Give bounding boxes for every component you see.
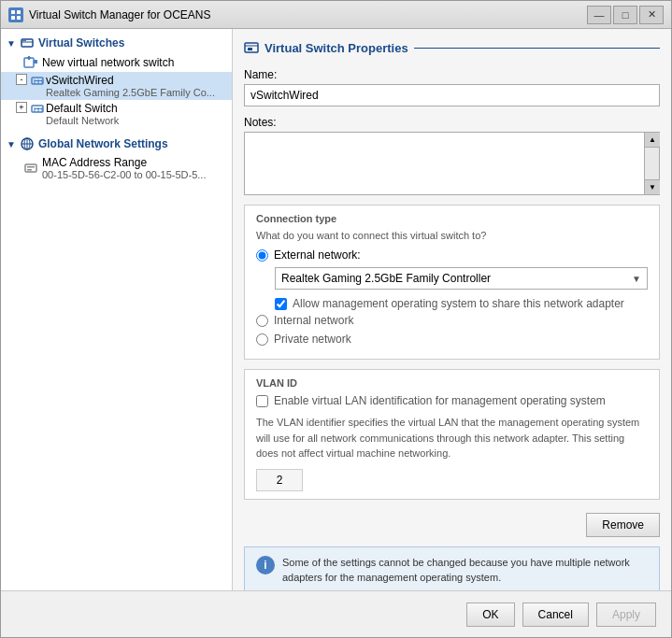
private-network-row: Private network bbox=[256, 333, 648, 346]
info-bar: i Some of the settings cannot be changed… bbox=[244, 546, 660, 591]
virtual-switches-chevron: ▼ bbox=[7, 38, 16, 49]
window-icon bbox=[8, 7, 23, 22]
virtual-switches-label: Virtual Switches bbox=[38, 36, 124, 50]
vswitchwired-expand[interactable]: - bbox=[16, 74, 27, 85]
vlan-value: 2 bbox=[256, 469, 303, 491]
panel-header-text: Virtual Switch Properties bbox=[265, 41, 408, 55]
connection-type-description: What do you want to connect this virtual… bbox=[256, 230, 648, 241]
private-radio[interactable] bbox=[256, 333, 268, 346]
global-network-header[interactable]: ▼ Global Network Settings bbox=[1, 134, 232, 154]
header-line bbox=[414, 48, 660, 49]
svg-rect-3 bbox=[17, 16, 21, 20]
notes-field-group: Notes: ▲ ▼ bbox=[244, 116, 660, 195]
notes-scrollbar: ▲ ▼ bbox=[644, 133, 659, 194]
panel-header: Virtual Switch Properties bbox=[244, 40, 660, 55]
svg-rect-2 bbox=[11, 16, 15, 20]
notes-wrapper: ▲ ▼ bbox=[244, 132, 660, 195]
mac-address-icon bbox=[23, 161, 38, 176]
vswitchwired-name: vSwitchWired bbox=[46, 74, 226, 87]
info-icon: i bbox=[256, 556, 275, 574]
adapter-dropdown[interactable]: Realtek Gaming 2.5GbE Family Controller … bbox=[275, 267, 648, 290]
global-network-label: Global Network Settings bbox=[38, 137, 168, 150]
name-input[interactable] bbox=[244, 84, 660, 106]
svg-rect-26 bbox=[25, 164, 36, 172]
mac-address-text: MAC Address Range 00-15-5D-56-C2-00 to 0… bbox=[42, 156, 226, 180]
adapter-dropdown-wrapper: Realtek Gaming 2.5GbE Family Controller … bbox=[275, 267, 648, 290]
content-area: ▼ Virtual Switches bbox=[1, 29, 671, 590]
svg-rect-1 bbox=[17, 10, 21, 14]
vswitchwired-icon bbox=[31, 74, 46, 92]
apply-button[interactable]: Apply bbox=[596, 603, 656, 627]
external-label: External network: bbox=[274, 248, 361, 262]
internal-label: Internal network bbox=[274, 314, 353, 327]
internal-network-row: Internal network bbox=[256, 314, 648, 327]
new-switch-label: New virtual network switch bbox=[42, 56, 174, 69]
info-message: Some of the settings cannot be changed b… bbox=[282, 555, 648, 586]
vlan-description: The VLAN identifier specifies the virtua… bbox=[256, 415, 648, 461]
allow-share-row: Allow management operating system to sha… bbox=[275, 297, 648, 310]
vlan-enable-row: Enable virtual LAN identification for ma… bbox=[256, 394, 648, 407]
svg-point-7 bbox=[24, 40, 26, 42]
global-network-chevron: ▼ bbox=[7, 139, 16, 149]
new-switch-icon bbox=[23, 55, 38, 70]
minimize-button[interactable]: — bbox=[587, 6, 611, 24]
remove-btn-row: Remove bbox=[244, 513, 660, 537]
vlan-label: VLAN ID bbox=[256, 377, 648, 389]
svg-rect-11 bbox=[34, 60, 37, 64]
default-switch-name: Default Switch bbox=[46, 102, 226, 115]
vlan-section: VLAN ID Enable virtual LAN identificatio… bbox=[244, 369, 660, 500]
virtual-switches-icon bbox=[20, 35, 35, 50]
svg-rect-27 bbox=[27, 166, 35, 168]
name-field-group: Name: bbox=[244, 68, 660, 106]
notes-label: Notes: bbox=[244, 116, 660, 129]
virtual-switches-header[interactable]: ▼ Virtual Switches bbox=[1, 33, 232, 53]
svg-rect-28 bbox=[27, 169, 32, 171]
svg-rect-31 bbox=[248, 48, 252, 50]
default-switch-sub: Default Network bbox=[46, 115, 226, 126]
connection-type-label: Connection type bbox=[256, 213, 648, 224]
close-button[interactable]: ✕ bbox=[639, 6, 664, 24]
panel-header-icon bbox=[244, 40, 259, 55]
default-switch-icon bbox=[31, 102, 46, 120]
window-title: Virtual Switch Manager for OCEANS bbox=[29, 8, 587, 21]
global-network-icon bbox=[20, 136, 35, 151]
title-bar: Virtual Switch Manager for OCEANS — □ ✕ bbox=[1, 1, 671, 29]
vswitchwired-item[interactable]: - vSwitchWired Realtek Gaming 2.5GbE Fam… bbox=[1, 72, 232, 100]
mac-address-item[interactable]: MAC Address Range 00-15-5D-56-C2-00 to 0… bbox=[1, 154, 232, 182]
right-panel: Virtual Switch Properties Name: Notes: ▲… bbox=[233, 29, 671, 590]
vswitchwired-text: vSwitchWired Realtek Gaming 2.5GbE Famil… bbox=[46, 74, 226, 98]
connection-type-section: Connection type What do you want to conn… bbox=[244, 205, 660, 360]
external-radio[interactable] bbox=[256, 249, 268, 262]
main-window: Virtual Switch Manager for OCEANS — □ ✕ … bbox=[0, 0, 672, 638]
vswitchwired-sub: Realtek Gaming 2.5GbE Family Co... bbox=[46, 87, 226, 98]
ok-button[interactable]: OK bbox=[466, 603, 514, 627]
window-controls: — □ ✕ bbox=[587, 6, 664, 24]
svg-point-6 bbox=[22, 40, 24, 42]
default-switch-text: Default Switch Default Network bbox=[46, 102, 226, 126]
maximize-button[interactable]: □ bbox=[613, 6, 637, 24]
remove-button[interactable]: Remove bbox=[586, 513, 660, 537]
private-label: Private network bbox=[274, 333, 351, 346]
adapter-dropdown-text: Realtek Gaming 2.5GbE Family Controller bbox=[281, 272, 632, 285]
notes-textarea[interactable] bbox=[245, 133, 644, 194]
default-switch-item[interactable]: + Default Switch Default Network bbox=[1, 100, 232, 128]
new-switch-item[interactable]: New virtual network switch bbox=[1, 53, 232, 72]
scrollbar-up[interactable]: ▲ bbox=[645, 133, 660, 148]
mac-address-name: MAC Address Range bbox=[42, 156, 226, 169]
allow-share-checkbox[interactable] bbox=[275, 298, 287, 310]
allow-share-label: Allow management operating system to sha… bbox=[293, 297, 624, 310]
dropdown-arrow-icon: ▼ bbox=[632, 274, 641, 284]
vlan-enable-checkbox[interactable] bbox=[256, 395, 268, 407]
scrollbar-down[interactable]: ▼ bbox=[645, 179, 660, 194]
left-panel: ▼ Virtual Switches bbox=[1, 29, 233, 590]
mac-address-sub: 00-15-5D-56-C2-00 to 00-15-5D-5... bbox=[42, 169, 226, 180]
cancel-button[interactable]: Cancel bbox=[522, 603, 589, 627]
name-label: Name: bbox=[244, 68, 660, 81]
bottom-bar: OK Cancel Apply bbox=[1, 590, 671, 637]
svg-rect-0 bbox=[11, 10, 15, 14]
default-switch-expand[interactable]: + bbox=[16, 102, 27, 113]
external-network-row: External network: bbox=[256, 248, 648, 262]
internal-radio[interactable] bbox=[256, 315, 268, 327]
vlan-enable-label: Enable virtual LAN identification for ma… bbox=[274, 394, 606, 407]
